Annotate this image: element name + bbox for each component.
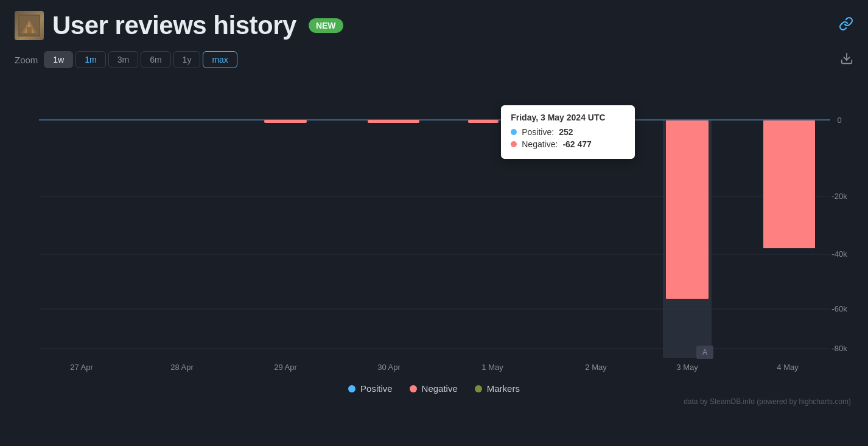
svg-text:0: 0 <box>837 116 841 125</box>
legend-negative-dot <box>410 385 417 392</box>
svg-text:27 Apr: 27 Apr <box>70 363 93 372</box>
zoom-1w[interactable]: 1w <box>44 51 73 68</box>
svg-text:-60k: -60k <box>831 304 847 313</box>
chart-area: 0 -20k -40k -60k -80k 27 Apr 28 Apr 29 A… <box>15 72 853 376</box>
legend-positive: Positive <box>348 383 393 394</box>
svg-text:28 Apr: 28 Apr <box>170 363 194 372</box>
svg-text:4 May: 4 May <box>777 363 799 372</box>
svg-rect-27 <box>368 120 419 123</box>
svg-rect-6 <box>15 72 853 376</box>
external-link-icon[interactable] <box>839 16 853 35</box>
game-icon <box>15 11 44 40</box>
svg-rect-4 <box>27 27 32 33</box>
svg-text:-80k: -80k <box>831 344 847 353</box>
svg-rect-31 <box>763 120 815 248</box>
svg-text:-40k: -40k <box>831 249 847 259</box>
legend-markers: Markers <box>475 383 520 394</box>
svg-rect-30 <box>666 120 709 299</box>
svg-text:2 May: 2 May <box>585 363 607 372</box>
page-title: User reviews history <box>52 11 296 40</box>
zoom-6m[interactable]: 6m <box>141 51 170 68</box>
download-icon[interactable] <box>840 52 853 68</box>
svg-rect-26 <box>264 120 307 123</box>
zoom-label: Zoom <box>15 55 38 65</box>
svg-text:1 May: 1 May <box>481 363 503 372</box>
legend-positive-dot <box>348 385 355 392</box>
svg-text:3 May: 3 May <box>676 363 698 372</box>
svg-text:30 Apr: 30 Apr <box>377 363 401 372</box>
new-badge: NEW <box>309 18 343 33</box>
legend-negative-label: Negative <box>422 383 458 394</box>
svg-text:A: A <box>702 348 707 357</box>
page-header: User reviews history NEW <box>0 0 868 46</box>
chart-legend: Positive Negative Markers <box>0 376 868 396</box>
zoom-max[interactable]: max <box>203 51 237 68</box>
zoom-3m[interactable]: 3m <box>108 51 138 68</box>
legend-positive-label: Positive <box>360 383 393 394</box>
attribution-text: data by SteamDB.info (powered by highcha… <box>0 396 868 406</box>
zoom-controls: Zoom 1w 1m 3m 6m 1y max <box>0 46 868 72</box>
svg-text:-20k: -20k <box>831 192 847 201</box>
legend-markers-dot <box>475 385 482 392</box>
zoom-1y[interactable]: 1y <box>173 51 201 68</box>
legend-negative: Negative <box>410 383 458 394</box>
svg-rect-28 <box>468 120 499 123</box>
zoom-1m[interactable]: 1m <box>75 51 105 68</box>
svg-text:29 Apr: 29 Apr <box>274 363 297 372</box>
legend-markers-label: Markers <box>487 383 520 394</box>
